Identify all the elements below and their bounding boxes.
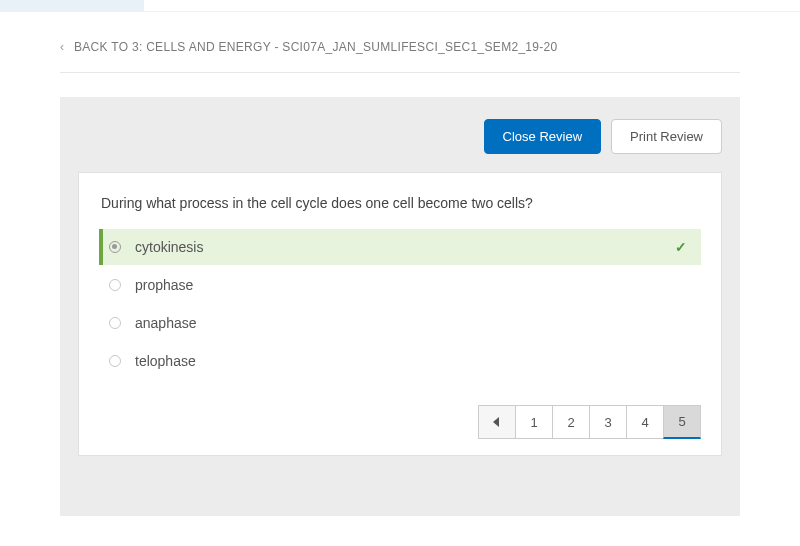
answer-option[interactable]: prophase bbox=[99, 267, 701, 303]
question-card: During what process in the cell cycle do… bbox=[78, 172, 722, 456]
pager-page-3[interactable]: 3 bbox=[589, 405, 627, 439]
print-review-button[interactable]: Print Review bbox=[611, 119, 722, 154]
radio-icon bbox=[109, 241, 121, 253]
radio-icon bbox=[109, 355, 121, 367]
triangle-left-icon bbox=[493, 417, 501, 427]
answer-label: telophase bbox=[135, 353, 196, 369]
pager-page-5[interactable]: 5 bbox=[663, 405, 701, 439]
breadcrumb[interactable]: ‹ BACK TO 3: CELLS AND ENERGY - SCI07A_J… bbox=[0, 12, 800, 72]
pager-page-2[interactable]: 2 bbox=[552, 405, 590, 439]
answer-label: prophase bbox=[135, 277, 193, 293]
answer-option[interactable]: anaphase bbox=[99, 305, 701, 341]
pager-page-4[interactable]: 4 bbox=[626, 405, 664, 439]
close-review-button[interactable]: Close Review bbox=[484, 119, 601, 154]
answer-option[interactable]: telophase bbox=[99, 343, 701, 379]
review-stage: Close Review Print Review During what pr… bbox=[60, 97, 740, 516]
answer-option[interactable]: cytokinesis ✓ bbox=[99, 229, 701, 265]
svg-marker-0 bbox=[493, 417, 499, 427]
pagination: 1 2 3 4 5 bbox=[99, 405, 701, 439]
chevron-left-icon: ‹ bbox=[60, 40, 64, 54]
question-text: During what process in the cell cycle do… bbox=[99, 195, 701, 211]
radio-icon bbox=[109, 317, 121, 329]
breadcrumb-label: BACK TO 3: CELLS AND ENERGY - SCI07A_JAN… bbox=[74, 40, 558, 54]
pager-page-1[interactable]: 1 bbox=[515, 405, 553, 439]
action-row: Close Review Print Review bbox=[78, 119, 722, 154]
divider bbox=[60, 72, 740, 73]
top-accent-bar bbox=[0, 0, 800, 12]
check-icon: ✓ bbox=[675, 239, 687, 255]
answer-list: cytokinesis ✓ prophase anaphase telophas… bbox=[99, 229, 701, 379]
pager-prev-button[interactable] bbox=[478, 405, 516, 439]
radio-icon bbox=[109, 279, 121, 291]
answer-label: cytokinesis bbox=[135, 239, 203, 255]
answer-label: anaphase bbox=[135, 315, 197, 331]
